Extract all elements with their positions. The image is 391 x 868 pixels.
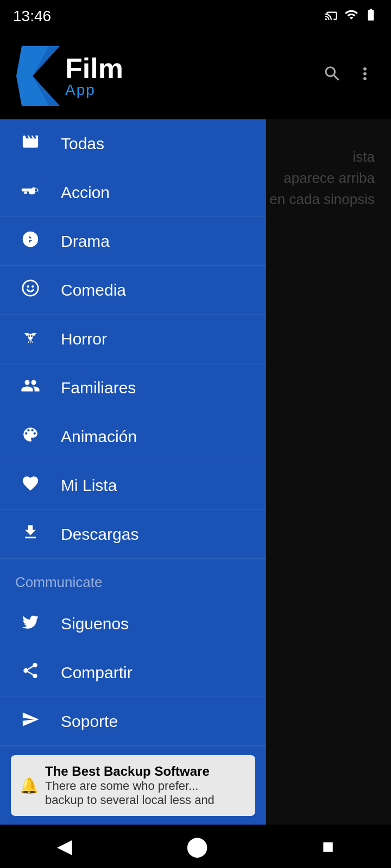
comedy-icon bbox=[15, 279, 46, 302]
communicate-section-header: Communicate bbox=[0, 559, 266, 599]
sidebar-item-compartir-label: Compartir bbox=[61, 663, 133, 682]
sidebar-item-soporte-label: Soporte bbox=[61, 712, 118, 731]
ad-subdesc: backup to several local less and bbox=[45, 793, 215, 807]
drama-icon bbox=[15, 230, 46, 253]
sidebar-item-comedia-label: Comedia bbox=[61, 281, 126, 299]
sidebar-item-familiares[interactable]: Familiares bbox=[0, 363, 266, 412]
svg-point-2 bbox=[24, 191, 27, 194]
sidebar-item-familiares-label: Familiares bbox=[61, 379, 136, 397]
bottom-navigation: ◀ ⬤ ■ bbox=[0, 825, 391, 868]
family-icon bbox=[15, 376, 46, 400]
wifi-icon bbox=[344, 8, 358, 25]
sidebar-item-compartir[interactable]: Compartir bbox=[0, 648, 266, 697]
download-icon bbox=[15, 523, 46, 546]
status-icons bbox=[325, 8, 378, 25]
sidebar-item-todas-label: Todas bbox=[61, 135, 104, 153]
logo-text: Film App bbox=[65, 54, 123, 98]
recent-button[interactable]: ■ bbox=[322, 835, 334, 858]
logo: Film App bbox=[16, 46, 123, 106]
sidebar-item-siguenos-label: Siguenos bbox=[61, 615, 129, 633]
heart-icon bbox=[15, 474, 46, 497]
ad-description: There are some who prefer... bbox=[45, 779, 215, 793]
sidebar-item-mi-lista-label: Mi Lista bbox=[61, 476, 117, 495]
search-icon[interactable] bbox=[323, 64, 342, 88]
navigation-drawer: Todas Accion Drama bbox=[0, 119, 266, 825]
sidebar-item-animacion-label: Animación bbox=[61, 427, 137, 446]
header-actions bbox=[323, 64, 375, 88]
back-button[interactable]: ◀ bbox=[57, 835, 72, 858]
sidebar-item-horror[interactable]: Horror bbox=[0, 315, 266, 363]
ad-content: The Best Backup Software There are some … bbox=[45, 764, 215, 807]
app-header: Film App bbox=[0, 33, 391, 119]
svg-point-3 bbox=[23, 280, 38, 295]
sidebar-item-drama-label: Drama bbox=[61, 232, 110, 251]
status-time: 13:46 bbox=[13, 8, 51, 25]
sidebar-item-descargas-label: Descargas bbox=[61, 525, 138, 544]
share-icon bbox=[15, 661, 46, 684]
sidebar-item-accion[interactable]: Accion bbox=[0, 168, 266, 217]
send-icon bbox=[15, 710, 46, 733]
logo-chevron-icon bbox=[16, 46, 60, 106]
drawer-menu: Todas Accion Drama bbox=[0, 119, 266, 559]
svg-point-4 bbox=[27, 285, 29, 288]
svg-marker-1 bbox=[16, 46, 49, 106]
film-icon bbox=[15, 132, 46, 155]
svg-point-7 bbox=[28, 335, 30, 337]
sidebar-item-comedia[interactable]: Comedia bbox=[0, 266, 266, 315]
sidebar-item-descargas[interactable]: Descargas bbox=[0, 510, 266, 559]
sidebar-item-accion-label: Accion bbox=[61, 183, 110, 202]
sidebar-item-drama[interactable]: Drama bbox=[0, 217, 266, 266]
home-button[interactable]: ⬤ bbox=[186, 835, 208, 858]
sidebar-item-soporte[interactable]: Soporte bbox=[0, 697, 266, 746]
svg-point-5 bbox=[31, 285, 34, 288]
ad-banner-inner: 🔔 The Best Backup Software There are som… bbox=[11, 755, 255, 816]
battery-icon bbox=[364, 8, 378, 25]
sidebar-item-horror-label: Horror bbox=[61, 330, 107, 348]
svg-point-6 bbox=[28, 334, 33, 340]
ad-banner[interactable]: 🔔 The Best Backup Software There are som… bbox=[0, 746, 266, 825]
animation-icon bbox=[15, 425, 46, 448]
logo-app: App bbox=[65, 82, 123, 98]
twitter-icon bbox=[15, 612, 46, 635]
ad-title: The Best Backup Software bbox=[45, 764, 215, 779]
communicate-menu: Siguenos Compartir Soporte bbox=[0, 599, 266, 746]
more-options-icon[interactable] bbox=[355, 64, 375, 88]
logo-film: Film bbox=[65, 54, 123, 82]
sidebar-item-siguenos[interactable]: Siguenos bbox=[0, 599, 266, 648]
ad-icon: 🔔 bbox=[20, 777, 39, 795]
cast-icon bbox=[325, 8, 339, 25]
status-bar: 13:46 bbox=[0, 0, 391, 33]
sidebar-item-todas[interactable]: Todas bbox=[0, 119, 266, 168]
sidebar-item-animacion[interactable]: Animación bbox=[0, 412, 266, 461]
sidebar-item-mi-lista[interactable]: Mi Lista bbox=[0, 461, 266, 510]
svg-point-8 bbox=[31, 335, 33, 337]
gun-icon bbox=[15, 181, 46, 205]
horror-icon bbox=[15, 327, 46, 351]
